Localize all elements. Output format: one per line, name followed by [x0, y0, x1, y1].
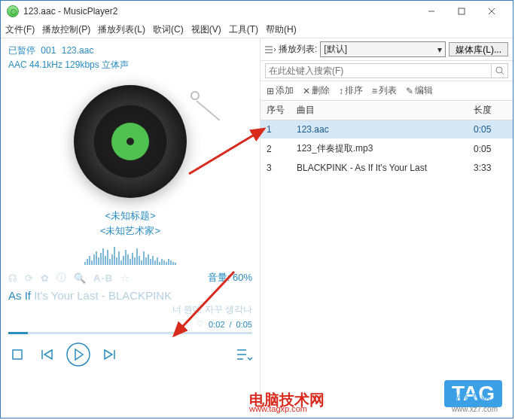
cell-track: BLACKPINK - As If It's Your Last	[291, 159, 468, 177]
equalizer-icon[interactable]: ☊	[8, 272, 17, 284]
now-playing-prefix: As If	[8, 289, 34, 302]
playlist-table: 序号 曲目 长度 1123.aac0:052123_伴奏提取.mp30:053B…	[261, 101, 513, 177]
menu-playlist[interactable]: 播放列表(L)	[98, 23, 145, 36]
menu-file[interactable]: 文件(F)	[5, 23, 35, 36]
tonearm-icon	[190, 91, 200, 100]
mini-toolbar: ☊ ⟳ ✿ ⓘ 🔍 A-B ☆ 音量: 60%	[8, 271, 252, 285]
play-button[interactable]	[66, 342, 91, 367]
search-icon[interactable]: 🔍	[74, 272, 86, 284]
info-icon[interactable]: ⓘ	[56, 271, 66, 285]
search-row	[261, 61, 513, 81]
app-window: 123.aac - MusicPlayer2 文件(F) 播放控制(P) 播放列…	[0, 0, 513, 418]
now-playing-title: As If It's Your Last - BLACKPINK	[8, 289, 252, 302]
list-button[interactable]: ≡ 列表	[372, 84, 397, 97]
playlist-table-wrap: 序号 曲目 长度 1123.aac0:052123_伴奏提取.mp30:053B…	[261, 101, 513, 418]
playlist-toolbar: ⊞ 添加 ✕ 删除 ↕ 排序 ≡ 列表 ✎ 编辑	[261, 81, 513, 101]
cell-num: 1	[261, 120, 291, 139]
menu-tools[interactable]: 工具(T)	[229, 23, 258, 36]
chevron-down-icon: ▾	[437, 44, 442, 55]
playlist-toggle-button[interactable]	[234, 345, 252, 364]
time-row: ♡ 0:02/0:05	[8, 319, 252, 329]
track-title: <未知标题>	[8, 208, 252, 224]
settings-icon[interactable]: ✿	[41, 272, 49, 284]
spectrum-visualizer	[8, 242, 252, 265]
repeat-icon[interactable]: ⟳	[25, 272, 33, 284]
progress-bar[interactable]	[8, 332, 252, 334]
svg-point-8	[496, 67, 502, 73]
cell-length: 0:05	[468, 138, 513, 159]
time-total: 0:05	[236, 320, 252, 329]
menu-view[interactable]: 视图(V)	[191, 23, 221, 36]
delete-button[interactable]: ✕ 删除	[303, 84, 330, 97]
table-header-row: 序号 曲目 长度	[261, 101, 513, 120]
window-controls	[416, 1, 507, 22]
track-meta: <未知标题> <未知艺术家>	[8, 208, 252, 238]
sort-button[interactable]: ↕ 排序	[339, 84, 363, 97]
playlist-pane: 播放列表: [默认] ▾ 媒体库(L)... ⊞ 添加 ✕ 删除 ↕ 排序 ≡ …	[260, 38, 513, 418]
status-track-name: 123.aac	[62, 45, 94, 56]
search-button[interactable]	[492, 63, 508, 78]
app-icon	[7, 5, 19, 17]
watermark-cn: 电脑技术网 www.tagxp.com	[249, 390, 325, 410]
player-pane: 已暂停 001 123.aac AAC 44.1kHz 129kbps 立体声 …	[1, 38, 260, 418]
track-artist: <未知艺术家>	[8, 224, 252, 239]
now-playing-rest: It's Your Last - BLACKPINK	[34, 289, 172, 302]
close-button[interactable]	[477, 1, 507, 22]
col-track[interactable]: 曲目	[291, 101, 468, 120]
next-button[interactable]	[102, 345, 120, 364]
search-input[interactable]	[265, 63, 492, 78]
volume-label[interactable]: 音量: 60%	[208, 271, 252, 285]
album-art-area	[8, 85, 252, 198]
progress-fill	[8, 332, 28, 334]
edit-button[interactable]: ✎ 编辑	[406, 84, 433, 97]
playlist-header-label: 播放列表:	[265, 43, 317, 56]
maximize-button[interactable]	[446, 1, 477, 22]
cell-length: 0:05	[468, 120, 513, 139]
window-title: 123.aac - MusicPlayer2	[23, 6, 416, 17]
titlebar: 123.aac - MusicPlayer2	[1, 1, 513, 22]
cell-length: 3:33	[468, 159, 513, 177]
playlist-selected: [默认]	[324, 43, 347, 56]
status-paused: 已暂停	[8, 45, 35, 56]
table-row[interactable]: 1123.aac0:05	[261, 120, 513, 139]
lyric-line: 너 뭔데 자꾸 생각나	[8, 303, 252, 316]
cell-track: 123.aac	[291, 120, 468, 139]
cell-track: 123_伴奏提取.mp3	[291, 138, 468, 159]
media-library-button[interactable]: 媒体库(L)...	[449, 42, 508, 56]
playlist-header: 播放列表: [默认] ▾ 媒体库(L)...	[261, 38, 513, 61]
magnifier-icon	[495, 66, 504, 75]
table-row[interactable]: 2123_伴奏提取.mp30:05	[261, 138, 513, 159]
menubar: 文件(F) 播放控制(P) 播放列表(L) 歌词(C) 视图(V) 工具(T) …	[1, 22, 513, 38]
col-length[interactable]: 长度	[468, 101, 513, 120]
add-button[interactable]: ⊞ 添加	[267, 84, 294, 97]
vinyl-record-icon	[74, 85, 187, 198]
favorite-icon[interactable]: ♡	[197, 319, 204, 329]
svg-rect-1	[459, 8, 465, 14]
svg-line-9	[501, 72, 504, 75]
time-current: 0:02	[209, 320, 224, 329]
stop-button[interactable]	[8, 345, 26, 364]
status-format: AAC 44.1kHz 129kbps 立体声	[8, 59, 252, 72]
menu-help[interactable]: 帮助(H)	[266, 23, 297, 36]
cell-num: 3	[261, 159, 291, 177]
watermark-right: 光下载站 www.xz7.com	[452, 391, 498, 413]
menu-play-control[interactable]: 播放控制(P)	[42, 23, 90, 36]
playlist-select[interactable]: [默认] ▾	[320, 41, 446, 57]
playback-controls	[8, 342, 252, 367]
table-row[interactable]: 3BLACKPINK - As If It's Your Last3:33	[261, 159, 513, 177]
status-line-1: 已暂停 001 123.aac	[8, 44, 252, 57]
prev-button[interactable]	[37, 345, 55, 364]
svg-point-5	[67, 343, 90, 366]
ab-repeat-button[interactable]: A-B	[93, 272, 113, 284]
minimize-button[interactable]	[416, 1, 446, 22]
svg-rect-4	[13, 350, 22, 359]
hint-icon[interactable]: ☆	[120, 272, 130, 284]
playlist-icon	[265, 46, 276, 53]
cell-num: 2	[261, 138, 291, 159]
body: 已暂停 001 123.aac AAC 44.1kHz 129kbps 立体声 …	[1, 38, 513, 418]
menu-lyrics[interactable]: 歌词(C)	[153, 23, 184, 36]
status-track-num: 001	[41, 45, 56, 56]
col-num[interactable]: 序号	[261, 101, 291, 120]
